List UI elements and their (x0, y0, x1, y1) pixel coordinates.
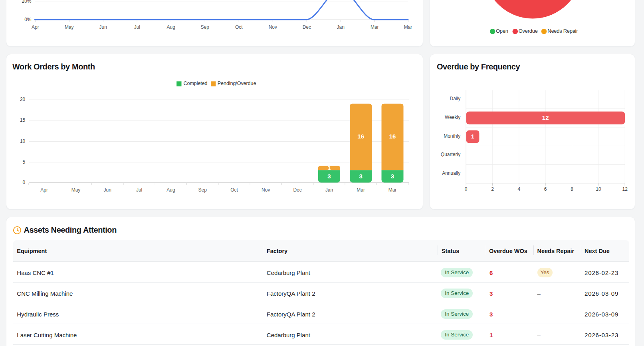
svg-text:Weekly: Weekly (445, 115, 460, 120)
svg-text:Annually: Annually (442, 170, 460, 176)
svg-text:3: 3 (359, 173, 363, 180)
svg-text:Overdue: Overdue (519, 28, 538, 34)
svg-text:12: 12 (622, 186, 628, 192)
svg-text:Aug: Aug (166, 187, 175, 193)
svg-text:Mar: Mar (371, 24, 379, 30)
svg-text:Nov: Nov (269, 24, 277, 30)
svg-text:20%: 20% (22, 0, 31, 4)
svg-text:3: 3 (327, 173, 331, 180)
svg-text:Daily: Daily (450, 96, 461, 101)
svg-text:10: 10 (596, 186, 601, 192)
svg-text:15: 15 (20, 117, 26, 123)
svg-text:Open: Open (496, 28, 508, 34)
svg-text:Apr: Apr (32, 24, 39, 30)
svg-text:5: 5 (23, 159, 26, 165)
svg-text:1: 1 (327, 164, 331, 171)
svg-text:Quarterly: Quarterly (441, 152, 460, 157)
svg-text:0%: 0% (24, 17, 32, 22)
svg-text:16: 16 (389, 133, 396, 140)
svg-text:Completed: Completed (184, 81, 208, 86)
svg-text:2: 2 (491, 186, 494, 192)
svg-text:May: May (65, 24, 74, 30)
svg-text:Dec: Dec (293, 187, 301, 193)
svg-text:Oct: Oct (230, 187, 238, 193)
svg-text:Sep: Sep (201, 24, 210, 30)
svg-text:Needs Repair: Needs Repair (547, 28, 578, 34)
svg-text:6: 6 (544, 186, 547, 192)
svg-text:Mar: Mar (388, 187, 397, 193)
svg-text:8: 8 (571, 186, 573, 192)
svg-text:Oct: Oct (235, 24, 243, 30)
svg-text:10: 10 (20, 138, 26, 144)
svg-text:Monthly: Monthly (444, 133, 460, 139)
svg-text:Mar: Mar (404, 24, 412, 30)
svg-text:Jun: Jun (104, 187, 111, 193)
svg-text:Jul: Jul (134, 24, 140, 30)
svg-text:16: 16 (357, 133, 364, 140)
svg-text:Dec: Dec (303, 24, 311, 30)
svg-text:Aug: Aug (167, 24, 175, 30)
svg-text:Apr: Apr (40, 187, 48, 193)
svg-text:May: May (71, 187, 81, 193)
svg-text:12: 12 (542, 114, 549, 121)
svg-text:Sep: Sep (198, 187, 207, 193)
svg-text:1: 1 (471, 133, 474, 140)
svg-text:Mar: Mar (357, 187, 365, 193)
svg-text:Jan: Jan (325, 187, 333, 193)
svg-text:Jul: Jul (136, 187, 142, 193)
svg-text:Jun: Jun (99, 24, 107, 30)
svg-text:4: 4 (518, 186, 521, 192)
svg-text:0: 0 (465, 186, 468, 192)
svg-text:Pending/Overdue: Pending/Overdue (218, 81, 256, 86)
svg-text:Jan: Jan (337, 24, 345, 30)
svg-text:Nov: Nov (262, 187, 270, 193)
svg-text:0: 0 (23, 180, 26, 185)
svg-text:3: 3 (391, 173, 394, 180)
svg-text:20: 20 (20, 97, 26, 102)
